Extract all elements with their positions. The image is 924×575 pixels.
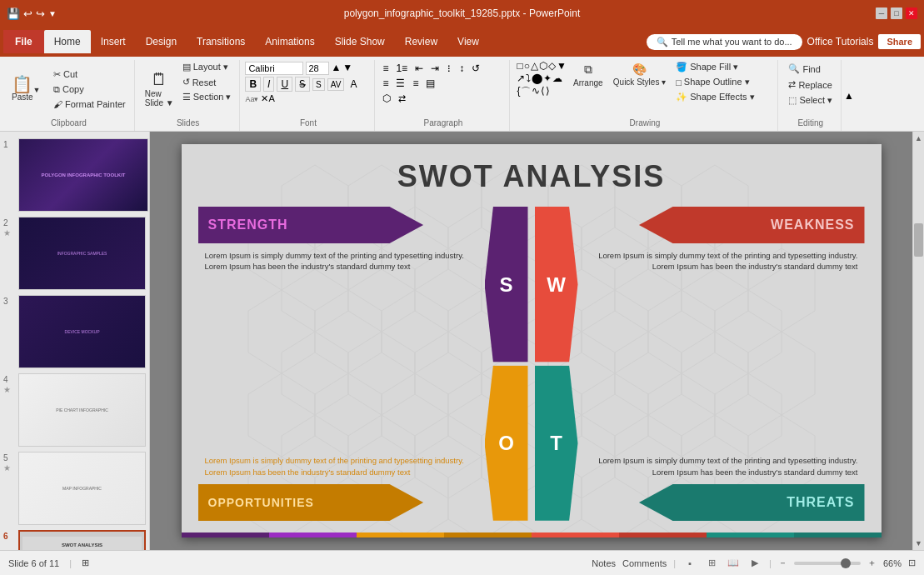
- weakness-quadrant[interactable]: WEAKNESS W Lorem Ipsum is simply dummy t…: [533, 207, 865, 362]
- find-button[interactable]: 🔍Find: [785, 62, 823, 76]
- undo-icon[interactable]: ↩: [23, 8, 32, 20]
- slide-thumbnail-6[interactable]: SWOT ANALYSIS: [18, 530, 146, 550]
- customize-icon[interactable]: ▼: [48, 9, 57, 18]
- shape-item[interactable]: △: [531, 60, 538, 72]
- scroll-down-button[interactable]: ▼: [913, 537, 925, 550]
- zoom-out-button[interactable]: －: [778, 557, 787, 569]
- paste-dropdown-icon[interactable]: ▼: [33, 86, 41, 94]
- ribbon-scroll-button[interactable]: ▲: [843, 60, 855, 131]
- shape-item[interactable]: ⤵: [526, 72, 531, 84]
- shape-outline-button[interactable]: □Shape Outline ▾: [672, 75, 757, 89]
- font-family-input[interactable]: [245, 62, 303, 75]
- slide-thumbnail-2[interactable]: INFOGRAPHIC SAMPLES: [18, 217, 146, 290]
- slide-item-1[interactable]: 1 POLYGON INFOGRAPHIC TOOLKIT: [3, 138, 146, 212]
- bullets-button[interactable]: ≡: [380, 62, 391, 75]
- slide-thumbnail-3[interactable]: DEVICE MOCKUP: [18, 295, 146, 368]
- shape-more[interactable]: ▼: [557, 60, 567, 72]
- font-size-down[interactable]: ▼: [342, 62, 352, 75]
- save-icon[interactable]: 💾: [7, 8, 20, 20]
- quick-styles-button[interactable]: 🎨 Quick Styles ▾: [610, 60, 669, 89]
- scroll-thumb[interactable]: [914, 223, 923, 257]
- convert-button[interactable]: ⇄: [396, 92, 408, 105]
- slide-item-2[interactable]: 2 ★ INFOGRAPHIC SAMPLES: [3, 217, 146, 290]
- zoom-slider[interactable]: [794, 562, 861, 565]
- shape-item[interactable]: ⌒: [521, 85, 531, 99]
- smartart-button[interactable]: ⬡: [380, 92, 393, 105]
- opportunities-quadrant[interactable]: OPPORTUNITIES O Lorem Ipsum is simply du…: [198, 366, 530, 522]
- slide-item-5[interactable]: 5 ★ MAP INFOGRAPHIC: [3, 452, 146, 525]
- slide-thumbnail-4[interactable]: PIE CHART INFOGRAPHIC: [18, 373, 146, 447]
- reset-button[interactable]: ↺Reset: [179, 75, 235, 89]
- shape-fill-button[interactable]: 🪣Shape Fill ▾: [672, 60, 757, 74]
- shape-item[interactable]: ○: [524, 60, 530, 72]
- shape-item[interactable]: ∿: [532, 85, 540, 99]
- slide-sorter-button[interactable]: ⊞: [704, 556, 719, 571]
- scroll-up-button[interactable]: ▲: [913, 132, 925, 145]
- shape-item[interactable]: {: [517, 85, 520, 99]
- shape-item[interactable]: □: [517, 60, 522, 72]
- slide-thumbnail-5[interactable]: MAP INFOGRAPHIC: [18, 452, 146, 525]
- line-spacing-button[interactable]: ↕: [457, 62, 467, 75]
- zoom-thumb[interactable]: [841, 558, 851, 568]
- align-left-button[interactable]: ≡: [380, 77, 391, 90]
- office-tutorials-link[interactable]: Office Tutorials: [807, 36, 874, 48]
- tab-home[interactable]: Home: [44, 30, 91, 53]
- tab-slideshow[interactable]: Slide Show: [325, 30, 395, 53]
- arrange-button[interactable]: ⧉ Arrange: [570, 60, 607, 90]
- shape-item[interactable]: ⬡: [539, 60, 547, 72]
- close-button[interactable]: ✕: [906, 8, 917, 19]
- tab-insert[interactable]: Insert: [91, 30, 136, 53]
- paste-button[interactable]: 📋 Paste ▼: [8, 73, 50, 104]
- justify-button[interactable]: ▤: [423, 77, 437, 90]
- restore-button[interactable]: □: [891, 8, 902, 19]
- share-button[interactable]: Share: [878, 34, 921, 49]
- section-button[interactable]: ☰Section ▾: [179, 90, 235, 104]
- slideshow-view-button[interactable]: ▶: [747, 556, 762, 571]
- align-center-button[interactable]: ☰: [393, 77, 407, 90]
- comments-button[interactable]: Comments: [622, 558, 667, 568]
- clear-format-button[interactable]: ✕A: [261, 93, 274, 104]
- decrease-indent-button[interactable]: ⇤: [412, 62, 426, 75]
- font-size-input[interactable]: [306, 62, 329, 75]
- font-color-button[interactable]: A: [347, 78, 360, 91]
- minimize-button[interactable]: ─: [876, 8, 887, 19]
- shape-item[interactable]: ⟨: [541, 85, 545, 99]
- fit-slide-button[interactable]: ⊡: [908, 558, 916, 568]
- tell-me-input[interactable]: 🔍 Tell me what you want to do...: [647, 34, 802, 50]
- vertical-scrollbar[interactable]: ▲ ▼: [912, 132, 924, 550]
- layout-button[interactable]: ▤Layout ▾: [179, 60, 235, 74]
- notes-button[interactable]: Notes: [592, 558, 616, 568]
- bold-button[interactable]: B: [245, 77, 261, 92]
- case-button[interactable]: Aa▾: [245, 95, 258, 103]
- tab-animations[interactable]: Animations: [255, 30, 324, 53]
- slide-editing-area[interactable]: SWOT ANALYSIS STRENGTH S Lorem Ipsum is …: [150, 132, 912, 550]
- normal-view-button[interactable]: ▪: [682, 556, 697, 571]
- redo-icon[interactable]: ↪: [36, 8, 45, 20]
- shape-effects-button[interactable]: ✨Shape Effects ▾: [672, 90, 757, 104]
- slide-item-4[interactable]: 4 ★ PIE CHART INFOGRAPHIC: [3, 373, 146, 447]
- numbered-list-button[interactable]: 1≡: [393, 62, 410, 75]
- font-size-up[interactable]: ▲: [331, 62, 341, 75]
- replace-button[interactable]: ⇄Replace: [785, 78, 835, 92]
- zoom-level[interactable]: 66%: [883, 558, 902, 568]
- columns-button[interactable]: ⫶: [444, 62, 454, 75]
- shadow-button[interactable]: S: [312, 78, 325, 91]
- shape-item[interactable]: ☁: [552, 72, 562, 84]
- tab-view[interactable]: View: [447, 30, 489, 53]
- reading-view-button[interactable]: 📖: [726, 556, 741, 571]
- strikethrough-button[interactable]: S̶: [295, 77, 310, 92]
- spacing-button[interactable]: AV: [327, 78, 345, 91]
- format-painter-button[interactable]: 🖌Format Painter: [50, 98, 129, 111]
- underline-button[interactable]: U: [277, 77, 292, 92]
- slide-item-3[interactable]: 3 DEVICE MOCKUP: [3, 295, 146, 368]
- text-direction-button[interactable]: ↺: [469, 62, 482, 75]
- shape-item[interactable]: ↗: [517, 72, 525, 84]
- tab-transitions[interactable]: Transitions: [187, 30, 255, 53]
- tab-design[interactable]: Design: [136, 30, 187, 53]
- zoom-in-button[interactable]: ＋: [867, 557, 877, 569]
- file-menu[interactable]: File: [3, 30, 44, 53]
- shape-item[interactable]: ⬤: [532, 72, 542, 84]
- slide-item-6[interactable]: 6 SWOT ANALYSIS: [3, 530, 146, 550]
- shape-item[interactable]: ◇: [548, 60, 556, 72]
- select-button[interactable]: ⬚Select ▾: [785, 93, 836, 108]
